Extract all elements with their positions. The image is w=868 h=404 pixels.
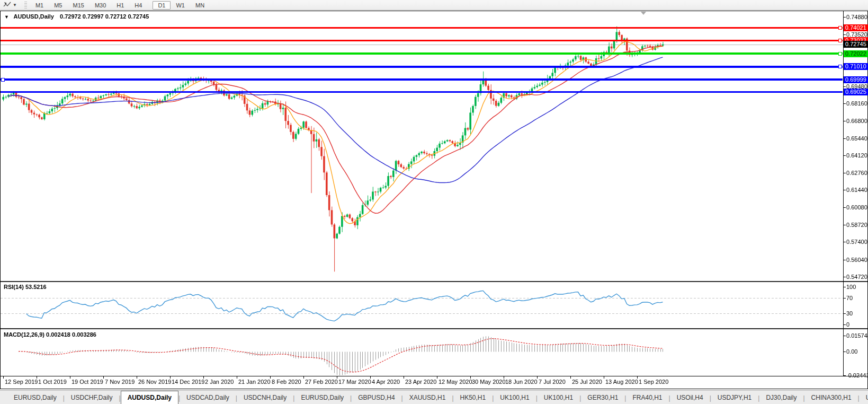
timeframe-button-MN[interactable]: MN <box>190 1 210 10</box>
cursor-tool-icon[interactable] <box>2 1 12 9</box>
chart-tab-GBPUSD-H4[interactable]: GBPUSD,H4 <box>352 392 401 404</box>
price-axis-tick-label: 0.62760 <box>846 170 867 176</box>
chart-title: ▼ AUDUSD,Daily 0.72972 0.72997 0.72712 0… <box>4 13 149 20</box>
price-axis-tick-label: 0.56040 <box>846 257 867 263</box>
price-axis-tick-label: 0.60080 <box>846 204 867 210</box>
chart-tab-UK100-H1[interactable]: UK100,H1 <box>538 392 579 404</box>
toolbar-grip[interactable] <box>24 2 27 8</box>
chart-tab-HK50-H1[interactable]: HK50,H1 <box>454 392 493 404</box>
chart-tab-UK100-H1[interactable]: UK100,H1 <box>494 392 535 404</box>
timeframe-button-D1[interactable]: D1 <box>153 1 171 10</box>
price-axis-tick-label: 0.68160 <box>846 100 867 107</box>
price-axis-tick-label: 0.58720 <box>846 222 867 228</box>
chevron-down-icon[interactable]: ▼ <box>13 3 17 7</box>
price-axis-tick-label: 0.74880 <box>846 14 867 20</box>
line-handle[interactable] <box>838 52 842 56</box>
timeframe-button-M5[interactable]: M5 <box>49 1 67 10</box>
line-handle[interactable] <box>838 26 842 30</box>
current-price-label: 0.72745 <box>844 41 868 48</box>
price-axis-tick-label: 0.73520 <box>846 31 867 38</box>
chart-shift-marker[interactable] <box>641 12 646 15</box>
timeframe-button-W1[interactable]: W1 <box>171 1 190 10</box>
date-axis-label: 21 Jan 2020 <box>238 379 271 385</box>
chart-symbol: AUDUSD,Daily <box>14 13 54 20</box>
date-axis-label: 14 Dec 2019 <box>172 379 204 385</box>
platform-window: ▼ M1M5M15M30H1H4D1W1MN ▼ AUDUSD,Daily 0.… <box>0 0 868 404</box>
date-axis-label: 1 Sep 2020 <box>639 379 668 385</box>
macd-axis-tick-label: -0.024412 <box>846 372 868 379</box>
chart-tab-bar: EURUSD,Daily|USDCHF,Daily|AUDUSD,Daily|U… <box>0 390 868 404</box>
chart-tab-FRA40-H1[interactable]: FRA40,H1 <box>626 392 668 404</box>
chart-tab-USDCAD-Daily[interactable]: USDCAD,Daily <box>180 392 236 404</box>
chart-tab-DJ30-Daily[interactable]: DJ30,Daily <box>759 392 803 404</box>
chart-tab-CHINA300-H1[interactable]: CHINA300,H1 <box>805 392 858 404</box>
date-axis-label: 25 Jul 2020 <box>572 379 602 385</box>
timeframe-toolbar: ▼ M1M5M15M30H1H4D1W1MN <box>0 0 868 10</box>
price-level-label: 0.74021 <box>844 24 868 31</box>
chart-tab-AUDUSD-Daily[interactable]: AUDUSD,Daily <box>121 391 178 404</box>
price-level-label: 0.69999 <box>844 76 868 83</box>
timeframe-button-H4[interactable]: H4 <box>129 1 147 10</box>
timeframe-buttons: M1M5M15M30H1H4D1W1MN <box>30 0 210 10</box>
date-axis-label: 26 Nov 2019 <box>138 379 171 385</box>
date-axis-label: 4 Apr 2020 <box>372 379 400 385</box>
date-axis-label: 17 Mar 2020 <box>338 379 371 385</box>
price-level-label: 0.69025 <box>844 89 868 95</box>
timeframe-button-M15[interactable]: M15 <box>67 1 89 10</box>
price-axis-tick-label: 0.54720 <box>846 274 867 280</box>
chart-tab-USDCNH-Daily[interactable]: USDCNH,Daily <box>237 392 293 404</box>
price-axis-tick-label: 0.57400 <box>846 239 867 245</box>
chart-tab-USDCHF-Daily[interactable]: USDCHF,Daily <box>65 392 119 404</box>
rsi-axis-tick-label: 0 <box>846 321 849 328</box>
chart-tab-GER30-H1[interactable]: GER30,H1 <box>581 392 624 404</box>
line-handle[interactable] <box>1 78 5 82</box>
price-level-label: 0.72022 <box>844 50 868 57</box>
date-axis-label: 12 May 2020 <box>439 379 472 385</box>
date-axis-label: 27 Feb 2020 <box>305 379 338 385</box>
date-axis-label: 1 Oct 2019 <box>38 379 67 385</box>
chart-ohlc-values: 0.72972 0.72997 0.72712 0.72745 <box>60 13 149 20</box>
date-axis-label: 19 Oct 2019 <box>71 379 103 385</box>
date-axis-label: 23 Apr 2020 <box>405 379 436 385</box>
chart-tab-XAUUSD-H1[interactable]: XAUUSD,H1 <box>403 392 452 404</box>
timeframe-button-H1[interactable]: H1 <box>111 1 129 10</box>
chart-tab-EURUSD-Daily[interactable]: EURUSD,Daily <box>7 392 63 404</box>
timeframe-button-M1[interactable]: M1 <box>30 1 49 10</box>
date-axis-label: 2 Jan 2020 <box>205 379 234 385</box>
price-axis-tick-label: 0.61440 <box>846 187 867 193</box>
line-handle[interactable] <box>838 65 842 68</box>
rsi-axis-tick-label: 100 <box>846 284 856 290</box>
date-axis-label: 7 Nov 2019 <box>105 379 135 385</box>
price-axis-tick-label: 0.64120 <box>846 152 867 159</box>
price-axis-tick-label: 0.65440 <box>846 135 867 142</box>
date-axis-label: 12 Sep 2019 <box>5 379 38 385</box>
macd-axis-tick-label: 0.00 <box>846 348 857 355</box>
chart-canvas[interactable] <box>0 0 868 404</box>
price-level-label: 0.71010 <box>844 63 868 70</box>
line-handle[interactable] <box>838 39 842 42</box>
chart-tab-USOil-H4[interactable]: USOil,H4 <box>670 392 710 404</box>
chart-tab-EURUSD-Daily[interactable]: EURUSD,Daily <box>294 392 350 404</box>
price-axis-tick-label: 0.66800 <box>846 118 867 124</box>
timeframe-button-M30[interactable]: M30 <box>90 1 111 10</box>
date-axis-label: 13 Aug 2020 <box>605 379 638 385</box>
macd-axis-tick-label: 0.015741 <box>846 332 868 339</box>
chart-tab-USOil-H1[interactable]: USOil,H1 <box>860 392 868 404</box>
macd-indicator-label: MACD(12,26,9) 0.002418 0.003286 <box>4 331 96 338</box>
collapse-triangle-icon[interactable]: ▼ <box>4 14 9 20</box>
rsi-indicator-label: RSI(14) 53.5216 <box>4 284 47 290</box>
date-axis-label: 7 Jul 2020 <box>539 379 566 385</box>
rsi-axis-tick-label: 70 <box>846 295 853 301</box>
chart-tab-USDJPY-H1[interactable]: USDJPY,H1 <box>711 392 758 404</box>
rsi-axis-tick-label: 30 <box>846 310 853 317</box>
date-axis-label: 30 May 2020 <box>472 379 506 385</box>
date-axis-label: 8 Feb 2020 <box>272 379 301 385</box>
date-axis-label: 18 Jun 2020 <box>505 379 538 385</box>
